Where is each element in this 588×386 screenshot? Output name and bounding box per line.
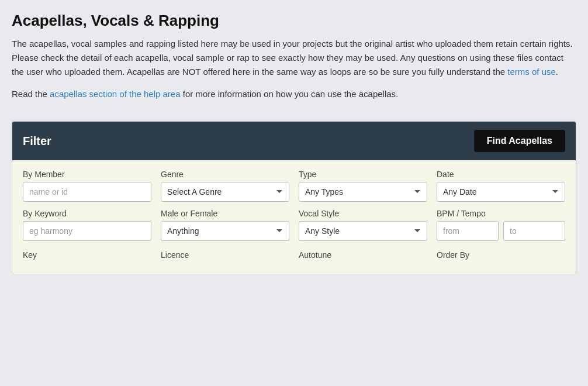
filter-body: By Member Genre Select A Genre Hip Hop P… (12, 160, 576, 274)
vocal-style-group: Vocal Style Any Style Smooth Rough False… (299, 209, 427, 241)
date-group: Date Any Date Last Week Last Month Last … (437, 170, 565, 202)
genre-label: Genre (161, 170, 289, 179)
bpm-from-input[interactable] (437, 221, 499, 241)
bpm-group: BPM / Tempo (437, 209, 565, 241)
by-member-input[interactable] (23, 182, 151, 202)
type-select[interactable]: Any Types Acapella Vocal Sample Rap Harm… (299, 182, 427, 202)
by-keyword-input[interactable] (23, 221, 151, 241)
by-member-label: By Member (23, 170, 151, 179)
intro-text-content: The acapellas, vocal samples and rapping… (12, 39, 573, 77)
terms-of-use-link[interactable]: terms of use (507, 67, 556, 77)
intro-section: Acapellas, Vocals & Rapping The acapella… (12, 12, 576, 111)
autotune-group: Autotune (299, 248, 427, 260)
key-label: Key (23, 250, 151, 260)
filter-section: Filter Find Acapellas By Member Genre Se… (12, 121, 576, 274)
date-label: Date (437, 170, 565, 179)
filter-row-2: By Keyword Male or Female Anything Male … (23, 209, 565, 241)
male-female-label: Male or Female (161, 209, 289, 218)
help-area-link[interactable]: acapellas section of the help area (50, 89, 180, 99)
filter-row-1: By Member Genre Select A Genre Hip Hop P… (23, 170, 565, 202)
page-container: Acapellas, Vocals & Rapping The acapella… (0, 0, 588, 274)
autotune-label: Autotune (299, 250, 427, 260)
type-label: Type (299, 170, 427, 179)
type-group: Type Any Types Acapella Vocal Sample Rap… (299, 170, 427, 202)
bpm-to-input[interactable] (503, 221, 565, 241)
male-female-group: Male or Female Anything Male Female Mixe… (161, 209, 289, 241)
find-acapellas-button[interactable]: Find Acapellas (474, 130, 565, 152)
bpm-label: BPM / Tempo (437, 209, 565, 218)
by-keyword-group: By Keyword (23, 209, 151, 241)
order-by-group: Order By (437, 248, 565, 260)
licence-group: Licence (161, 248, 289, 260)
intro-end: . (556, 67, 558, 77)
vocal-style-select[interactable]: Any Style Smooth Rough Falsetto Operatic… (299, 221, 427, 241)
help-prefix: Read the (12, 89, 47, 99)
male-female-select[interactable]: Anything Male Female Mixed Unknown (161, 221, 289, 241)
by-keyword-label: By Keyword (23, 209, 151, 218)
help-suffix: for more information on how you can use … (183, 89, 399, 99)
order-by-label: Order By (437, 250, 565, 260)
by-member-group: By Member (23, 170, 151, 202)
help-paragraph: Read the acapellas section of the help a… (12, 87, 576, 101)
licence-label: Licence (161, 250, 289, 260)
vocal-style-label: Vocal Style (299, 209, 427, 218)
bpm-inputs (437, 221, 565, 241)
filter-header: Filter Find Acapellas (12, 122, 576, 160)
filter-header-title: Filter (23, 135, 51, 148)
genre-group: Genre Select A Genre Hip Hop Pop Rock El… (161, 170, 289, 202)
date-select[interactable]: Any Date Last Week Last Month Last 3 Mon… (437, 182, 565, 202)
genre-select[interactable]: Select A Genre Hip Hop Pop Rock Electron… (161, 182, 289, 202)
intro-paragraph: The acapellas, vocal samples and rapping… (12, 37, 576, 79)
key-group: Key (23, 248, 151, 260)
filter-row-3: Key Licence Autotune Order By (23, 248, 565, 260)
page-title: Acapellas, Vocals & Rapping (12, 12, 576, 30)
